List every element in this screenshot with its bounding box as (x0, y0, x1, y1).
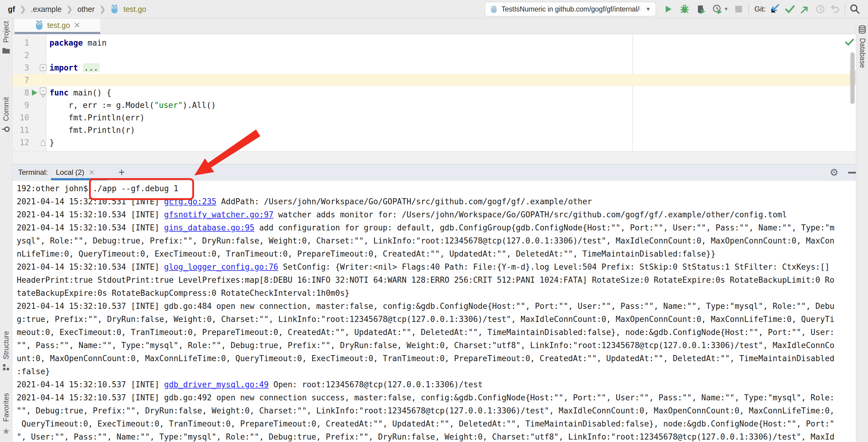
terminal-line: meout:0, ExecTimeout:0, TranTimeout:0, P… (17, 326, 834, 338)
terminal-lines: 192:other john$ ./app --gf.debug 12021-0… (17, 182, 834, 442)
file-line-link[interactable]: glog_logger_config.go:76 (164, 262, 278, 271)
search-everywhere-icon[interactable] (849, 4, 860, 14)
line-number: 11 (12, 125, 29, 135)
git-push-button[interactable] (800, 4, 811, 14)
structure-icon (2, 363, 10, 371)
line-number: 12 (12, 138, 29, 147)
stop-button[interactable] (733, 4, 744, 14)
database-label: Database (858, 38, 866, 68)
tool-window-commit[interactable]: Commit (0, 97, 12, 133)
terminal-line: ysql", Role:"", Debug:true, Prefix:"", D… (17, 234, 834, 247)
chevron-right-icon: ❯ (99, 5, 106, 14)
favorites-label: Favorites (2, 393, 10, 422)
breadcrumb-file[interactable]: test.go (123, 5, 146, 14)
tab-title: test.go (48, 21, 70, 30)
code-text: import ... (46, 63, 100, 72)
gear-icon[interactable]: ⚙ (830, 165, 839, 180)
fold-minus-icon[interactable] (39, 88, 46, 98)
structure-label: Structure (2, 331, 10, 359)
inspections-ok-icon[interactable] (845, 38, 854, 48)
right-tool-stripe: Database (856, 19, 868, 442)
star-icon: ★ (2, 426, 10, 436)
line-number: 3 (12, 63, 29, 72)
terminal-line: tateBackupExpire:0s RotateBackupCompress… (17, 286, 834, 299)
code-text: r, err := g.Model("user").All() (46, 100, 216, 110)
tool-window-structure[interactable]: Structure (0, 331, 12, 371)
gopher-file-icon (35, 20, 44, 30)
terminal-output[interactable]: 192:other john$ ./app --gf.debug 12021-0… (12, 180, 856, 442)
fold-end-icon[interactable] (39, 139, 46, 146)
file-line-link[interactable]: gins_database.go:95 (164, 223, 254, 232)
rollback-button[interactable] (830, 4, 840, 14)
git-commit-button[interactable] (784, 4, 796, 14)
terminal-tab-label: Local (2) (56, 168, 84, 177)
terminal-line: unt:0, MaxOpenConnCount:0, MaxConnLifeTi… (17, 352, 834, 365)
annotation-arrow (182, 125, 273, 187)
line-number: 1 (12, 38, 29, 48)
active-tab-underline (14, 32, 100, 34)
chevron-right-icon: ❯ (66, 5, 73, 14)
code-line: 2 (12, 49, 856, 61)
terminal-line: 2021-04-14 15:32:10.534 [INTE] gfsnotify… (17, 208, 834, 221)
terminal-line: ", User:"", Pass:"", Name:"", Type:"mysq… (17, 430, 834, 442)
terminal-line: nLifeTime:0, QueryTimeout:0, ExecTimeout… (17, 247, 834, 260)
go-test-icon (490, 5, 498, 14)
profiler-dropdown-icon[interactable]: ▼ (723, 4, 730, 14)
code-line: 9 r, err := g.Model("user").All() (12, 99, 856, 111)
tool-window-database[interactable]: Database (856, 25, 868, 68)
file-line-link[interactable]: gfsnotify_watcher.go:97 (164, 210, 273, 219)
tool-window-favorites[interactable]: Favorites ★ (0, 393, 12, 436)
line-number: 7 (12, 76, 29, 85)
terminal-line: 2021-04-14 15:32:10.537 [INTE] gdb.go:48… (17, 299, 834, 313)
profiler-button[interactable] (712, 4, 723, 14)
line-number: 10 (12, 113, 29, 122)
line-number: 2 (12, 51, 29, 60)
terminal-line: 2021-04-14 15:32:10.537 [INTE] gdb_drive… (17, 378, 834, 391)
breadcrumb-folder-example[interactable]: .example (31, 5, 61, 14)
line-number: 9 (12, 100, 29, 110)
breadcrumb-folder-other[interactable]: other (78, 5, 95, 14)
toolbar-separator (845, 4, 845, 14)
run-line-icon[interactable] (29, 89, 39, 97)
line-number: 8 (12, 88, 29, 97)
git-history-button[interactable] (815, 4, 826, 14)
run-toolbar: TestIsNumeric in github.com/gogf/gf/inte… (485, 0, 860, 18)
terminal-panel-label: Terminal: (18, 165, 48, 180)
code-line: 11 fmt.Println(r) (12, 124, 856, 136)
project-label: Project (2, 21, 10, 43)
breadcrumb-project[interactable]: gf (8, 5, 15, 14)
terminal-line: "", Pass:"", Name:"", Type:"mysql", Role… (17, 338, 834, 352)
left-tool-stripe: Project Commit Structure Favorites ★ (0, 19, 12, 442)
tab-test-go[interactable]: test.go ✕ (14, 19, 100, 32)
terminal-line: 2021-04-14 15:32:10.534 [INTE] gins_data… (17, 221, 834, 234)
terminal-line: 2021-04-14 15:32:10.534 [INTE] glog_logg… (17, 260, 834, 273)
editor-scrollbar[interactable] (850, 52, 855, 104)
close-icon[interactable]: ✕ (74, 21, 81, 30)
fold-plus-icon[interactable] (39, 64, 46, 71)
commit-label: Commit (2, 97, 10, 121)
code-lines: 1package main23import ...78func main() {… (12, 36, 856, 149)
code-text: package main (46, 38, 106, 48)
code-text: } (46, 138, 54, 147)
commit-icon (2, 125, 10, 133)
folder-icon (2, 47, 10, 54)
code-editor[interactable]: 1package main23import ...78func main() {… (12, 34, 856, 151)
code-line: 10 fmt.Println(err) (12, 111, 856, 124)
tool-window-project[interactable]: Project (0, 21, 12, 54)
gopher-file-icon (110, 4, 119, 14)
editor-terminal-splitter[interactable] (12, 151, 856, 165)
terminal-line: "", Debug:true, Prefix:"", DryRun:false,… (17, 404, 834, 417)
run-configuration-label: TestIsNumeric in github.com/gogf/gf/inte… (501, 5, 640, 13)
terminal-line: HeaderPrint:true StdoutPrint:true LevelP… (17, 273, 834, 286)
run-with-coverage-button[interactable] (695, 4, 706, 14)
database-icon (858, 25, 866, 34)
annotation-highlight-box (89, 178, 194, 200)
close-icon[interactable]: ✕ (88, 168, 95, 177)
run-button[interactable] (663, 4, 674, 14)
chevron-down-icon: ▼ (645, 6, 651, 12)
git-update-button[interactable] (769, 4, 780, 14)
debug-button[interactable] (679, 4, 690, 14)
file-line-link[interactable]: gdb_driver_mysql.go:49 (164, 380, 269, 389)
run-configuration-select[interactable]: TestIsNumeric in github.com/gogf/gf/inte… (485, 2, 656, 17)
main-toolbar: gf ❯ .example ❯ other ❯ test.go TestIsNu… (0, 0, 868, 19)
